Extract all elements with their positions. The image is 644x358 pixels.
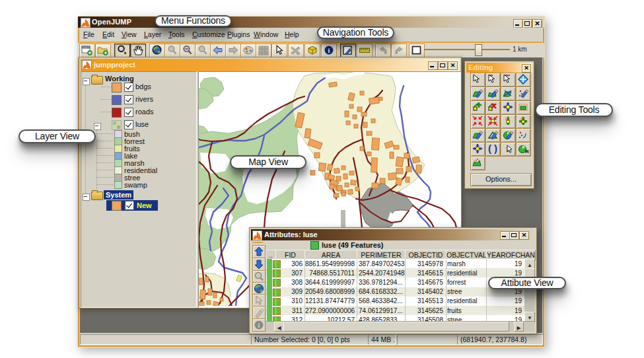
svg-text:( ): ( ) bbox=[488, 143, 497, 154]
svg-text:i: i bbox=[328, 47, 330, 54]
svg-text:i: i bbox=[258, 322, 260, 329]
svg-text:R: R bbox=[525, 149, 529, 155]
svg-text:✂: ✂ bbox=[503, 115, 512, 122]
